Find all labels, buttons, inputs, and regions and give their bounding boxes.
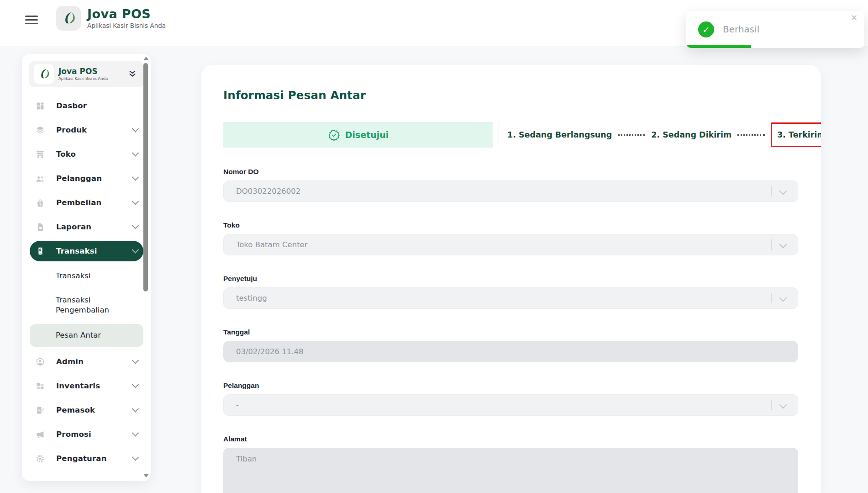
sidebar-item-label: Promosi <box>56 430 91 439</box>
field-label: Alamat <box>223 435 798 443</box>
toast-progress-bar <box>686 45 751 48</box>
dotted-connector <box>737 134 765 136</box>
field-label: Toko <box>223 221 798 229</box>
select-divider <box>771 239 772 250</box>
sidebar: Jova POS Aplikasi Kasir Bisnis Anda Dasb… <box>22 54 151 481</box>
select-divider <box>771 186 772 196</box>
dotted-connector <box>618 134 645 136</box>
chevron-down-icon <box>132 125 139 133</box>
sidebar-item-pembelian[interactable]: $ Pembelian <box>30 191 143 215</box>
sidebar-scrollbar[interactable] <box>142 54 150 481</box>
scrollbar-thumb[interactable] <box>143 63 148 292</box>
sidebar-item-admin[interactable]: Admin <box>30 350 143 374</box>
chevron-down-icon <box>132 222 139 229</box>
field-value: - <box>236 401 239 409</box>
leaf-logo-icon <box>34 64 54 84</box>
field-label: Nomor DO <box>223 168 798 176</box>
sidebar-item-label: Toko <box>56 150 76 159</box>
report-icon <box>35 222 45 232</box>
submenu-item-pesan-antar[interactable]: Pesan Antar <box>30 324 143 347</box>
chevron-down-icon <box>779 187 787 195</box>
svg-text:$: $ <box>39 202 42 206</box>
chevron-down-icon <box>779 294 787 302</box>
field-group-alamat: Alamat Tiban <box>223 435 798 493</box>
sidebar-item-inventaris[interactable]: Inventaris <box>30 374 143 398</box>
field-value: Toko Batam Center <box>236 240 308 249</box>
double-chevron-down-icon[interactable] <box>127 69 137 79</box>
admin-icon <box>35 357 45 367</box>
field-group-penyetuju: Penyetuju testingg <box>223 275 798 309</box>
sidebar-brand-tagline: Aplikasi Kasir Bisnis Anda <box>58 76 108 81</box>
chevron-down-icon <box>132 381 139 388</box>
sidebar-item-pemasok[interactable]: Pemasok <box>30 398 143 422</box>
inventory-icon <box>35 381 45 391</box>
page-title: Informasi Pesan Antar <box>223 89 798 102</box>
chevron-down-icon <box>779 401 787 409</box>
step-terkirim: 3. Terkirim <box>777 130 821 139</box>
sidebar-item-transaksi[interactable]: $ Transaksi <box>30 241 143 261</box>
penyetuju-select[interactable]: testingg <box>223 287 798 309</box>
sidebar-item-label: Dasbor <box>56 101 87 110</box>
scroll-up-arrow-icon[interactable] <box>143 57 149 60</box>
sidebar-item-label: Admin <box>56 357 84 366</box>
sidebar-item-pelanggan[interactable]: Pelanggan <box>30 166 143 191</box>
sidebar-item-produk[interactable]: Produk <box>30 118 143 142</box>
success-toast: ✓ Berhasil ✕ <box>686 11 864 48</box>
sidebar-item-promosi[interactable]: Promosi <box>30 422 143 446</box>
sidebar-item-label: Inventaris <box>56 382 100 390</box>
sidebar-brand-name: Jova POS <box>58 67 108 76</box>
sidebar-menu: Dasbor Produk Toko Pelanggan $ Pembelian… <box>22 91 151 471</box>
tanggal-input: 03/02/2026 11.48 <box>223 341 798 362</box>
field-label: Tanggal <box>223 328 798 336</box>
scroll-down-arrow-icon[interactable] <box>143 474 149 477</box>
field-label: Pelanggan <box>223 382 798 390</box>
submenu-item-transaksi[interactable]: Transaksi <box>30 263 143 289</box>
brand-tagline: Aplikasi Kasir Bisnis Anda <box>87 22 166 29</box>
store-icon <box>35 149 45 159</box>
sidebar-item-label: Laporan <box>56 223 91 231</box>
alamat-textarea: Tiban <box>223 448 798 493</box>
main-content-card: Informasi Pesan Antar Disetujui 1. Sedan… <box>201 65 821 493</box>
toast-message: Berhasil <box>723 24 759 35</box>
chevron-down-icon <box>132 454 139 461</box>
annotation-red-box: 3. Terkirim <box>771 122 821 147</box>
success-check-icon: ✓ <box>698 21 714 37</box>
badge-check-icon <box>328 129 340 141</box>
svg-text:$: $ <box>39 247 42 251</box>
step-sedang-dikirim: 2. Sedang Dikirim <box>651 130 731 139</box>
field-value: Tiban <box>236 455 257 463</box>
sidebar-item-toko[interactable]: Toko <box>30 142 143 166</box>
pelanggan-select[interactable]: - <box>223 394 798 416</box>
sidebar-logo-card[interactable]: Jova POS Aplikasi Kasir Bisnis Anda <box>29 61 144 87</box>
chevron-down-icon <box>779 241 787 249</box>
stepper-divider <box>499 122 499 148</box>
sidebar-item-dasbor[interactable]: Dasbor <box>30 94 143 118</box>
chevron-down-icon <box>132 198 139 205</box>
sidebar-item-laporan[interactable]: Laporan <box>30 215 143 239</box>
sidebar-item-pengaturan[interactable]: Pengaturan <box>30 446 143 471</box>
app-logo[interactable]: Jova POS Aplikasi Kasir Bisnis Anda <box>56 6 166 31</box>
nomor-do-select[interactable]: DO03022026002 <box>223 180 798 202</box>
field-group-tanggal: Tanggal 03/02/2026 11.48 <box>223 328 798 362</box>
customers-icon <box>35 174 45 184</box>
sidebar-item-label: Pelanggan <box>56 174 102 183</box>
field-group-pelanggan: Pelanggan - <box>223 382 798 416</box>
pesan-antar-form: Nomor DO DO03022026002 Toko Toko Batam C… <box>223 168 798 493</box>
field-group-toko: Toko Toko Batam Center <box>223 221 798 255</box>
sidebar-item-label: Pemasok <box>56 406 95 414</box>
field-value: 03/02/2026 11.48 <box>236 347 304 356</box>
toko-select[interactable]: Toko Batam Center <box>223 234 798 255</box>
hamburger-menu-icon[interactable] <box>25 16 38 27</box>
sidebar-item-label: Pengaturan <box>56 454 107 463</box>
submenu-item-label: Transaksi Pengembalian <box>56 295 138 316</box>
toast-close-icon[interactable]: ✕ <box>851 14 857 22</box>
promo-megaphone-icon <box>35 429 45 440</box>
submenu-item-transaksi-pengembalian[interactable]: Transaksi Pengembalian <box>30 289 143 321</box>
field-value: testingg <box>236 294 267 302</box>
select-divider <box>771 293 772 303</box>
submenu-item-label: Pesan Antar <box>56 330 101 340</box>
settings-gear-icon <box>35 454 45 464</box>
supplier-icon <box>35 405 45 415</box>
field-group-nomor-do: Nomor DO DO03022026002 <box>223 168 798 202</box>
transaction-receipt-icon: $ <box>35 246 45 256</box>
